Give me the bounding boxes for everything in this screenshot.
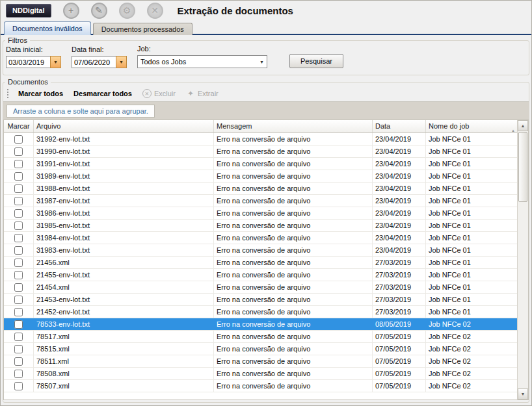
table-row[interactable]: 21454.xml Erro na conversão de arquivo 2… bbox=[4, 281, 517, 294]
add-icon[interactable]: + bbox=[63, 3, 79, 19]
table-row[interactable]: 31990-env-lot.txt Erro na conversão de a… bbox=[4, 146, 517, 158]
cell-arquivo: 78515.xml bbox=[34, 343, 214, 355]
table-row[interactable]: 31989-env-lot.txt Erro na conversão de a… bbox=[4, 170, 517, 183]
cell-arquivo: 78508.xml bbox=[34, 368, 214, 379]
row-checkbox[interactable] bbox=[14, 320, 23, 329]
cell-job: Job NFCe 01 bbox=[426, 232, 517, 244]
row-checkbox[interactable] bbox=[14, 147, 23, 156]
cell-mensagem: Erro na conversão de arquivo bbox=[214, 158, 373, 170]
grid-header: Marcar Arquivo Mensagem Data Nome do job… bbox=[4, 120, 517, 133]
column-header-marcar[interactable]: Marcar bbox=[4, 120, 34, 133]
end-date-dropdown-icon[interactable]: ▼ bbox=[116, 56, 127, 68]
extract-button[interactable]: ✦ Extrair bbox=[181, 87, 224, 100]
row-checkbox[interactable] bbox=[14, 246, 23, 255]
cell-data: 08/05/2019 bbox=[373, 318, 426, 330]
row-checkbox[interactable] bbox=[14, 357, 23, 366]
start-date-dropdown-icon[interactable]: ▼ bbox=[50, 56, 61, 68]
cell-arquivo: 31989-env-lot.txt bbox=[34, 170, 214, 182]
cell-job: Job NFCe 01 bbox=[426, 183, 517, 194]
row-checkbox[interactable] bbox=[14, 222, 23, 230]
row-checkbox[interactable] bbox=[14, 333, 23, 341]
column-header-data[interactable]: Data bbox=[373, 120, 426, 133]
row-checkbox[interactable] bbox=[14, 172, 23, 181]
cell-data: 27/03/2019 bbox=[373, 294, 426, 305]
table-row[interactable]: 31992-env-lot.txt Erro na conversão de a… bbox=[4, 133, 517, 146]
row-checkbox[interactable] bbox=[14, 271, 23, 279]
table-row[interactable]: 78533-env-lot.txt Erro na conversão de a… bbox=[4, 318, 517, 331]
row-checkbox[interactable] bbox=[14, 308, 23, 316]
table-row[interactable]: 21453-env-lot.txt Erro na conversão de a… bbox=[4, 294, 517, 306]
row-checkbox[interactable] bbox=[14, 160, 23, 168]
row-checkbox[interactable] bbox=[14, 209, 23, 218]
filters-group-label: Filtros bbox=[5, 36, 30, 44]
end-date-input[interactable] bbox=[72, 56, 116, 68]
cancel-icon[interactable]: ✕ bbox=[147, 3, 163, 19]
cell-arquivo: 21453-env-lot.txt bbox=[34, 294, 214, 305]
edit-icon[interactable]: ✎ bbox=[91, 3, 107, 19]
start-date-input[interactable] bbox=[6, 56, 50, 68]
table-row[interactable]: 78511.xml Erro na conversão de arquivo 0… bbox=[4, 355, 517, 368]
table-row[interactable]: 21456.xml Erro na conversão de arquivo 2… bbox=[4, 257, 517, 269]
documents-group-label: Documentos bbox=[5, 78, 51, 86]
scrollbar-thumb[interactable] bbox=[518, 132, 527, 202]
row-checkbox[interactable] bbox=[14, 234, 23, 242]
cell-arquivo: 31990-env-lot.txt bbox=[34, 146, 214, 157]
row-checkbox[interactable] bbox=[14, 345, 23, 353]
table-row[interactable]: 78508.xml Erro na conversão de arquivo 0… bbox=[4, 368, 517, 380]
tab-documentos-processados[interactable]: Documentos processados bbox=[93, 23, 193, 35]
cell-data: 07/05/2019 bbox=[373, 368, 426, 379]
extract-button-label: Extrair bbox=[198, 90, 219, 97]
row-checkbox[interactable] bbox=[14, 197, 23, 205]
table-row[interactable]: 31988-env-lot.txt Erro na conversão de a… bbox=[4, 183, 517, 195]
cell-job: Job NFCe 02 bbox=[426, 331, 517, 342]
row-checkbox[interactable] bbox=[14, 370, 23, 378]
table-row[interactable]: 31983-env-lot.txt Erro na conversão de a… bbox=[4, 244, 517, 257]
scroll-down-icon[interactable]: ▼ bbox=[518, 388, 528, 400]
scroll-up-icon[interactable]: ▲ bbox=[518, 120, 528, 131]
row-checkbox[interactable] bbox=[14, 382, 23, 390]
group-by-hint[interactable]: Arraste a coluna e solte aqui para agrup… bbox=[7, 105, 155, 118]
table-row[interactable]: 78515.xml Erro na conversão de arquivo 0… bbox=[4, 343, 517, 355]
cell-data: 23/04/2019 bbox=[373, 195, 426, 207]
vertical-scrollbar[interactable]: ▲ ▼ bbox=[517, 120, 528, 400]
cell-job: Job NFCe 02 bbox=[426, 355, 517, 367]
cell-arquivo: 31992-env-lot.txt bbox=[34, 133, 214, 145]
table-row[interactable]: 78507.xml Erro na conversão de arquivo 0… bbox=[4, 380, 517, 392]
cell-data: 23/04/2019 bbox=[373, 183, 426, 194]
table-row[interactable]: 31991-env-lot.txt Erro na conversão de a… bbox=[4, 158, 517, 170]
delete-button[interactable]: ✕ Excluir bbox=[137, 87, 181, 100]
row-checkbox[interactable] bbox=[14, 296, 23, 304]
cell-mensagem: Erro na conversão de arquivo bbox=[214, 318, 373, 330]
row-checkbox[interactable] bbox=[14, 259, 23, 267]
job-combobox[interactable]: Todos os Jobs ▼ bbox=[137, 55, 267, 68]
nddigital-button[interactable]: NDDigital bbox=[6, 4, 51, 18]
mark-all-button[interactable]: Marcar todos bbox=[13, 88, 68, 99]
row-checkbox[interactable] bbox=[14, 135, 23, 144]
column-header-arquivo[interactable]: Arquivo bbox=[34, 120, 214, 133]
table-row[interactable]: 31984-env-lot.txt Erro na conversão de a… bbox=[4, 232, 517, 244]
column-header-nome-do-job[interactable]: Nome do job ▲ bbox=[426, 120, 517, 133]
table-row[interactable]: 31986-env-lot.txt Erro na conversão de a… bbox=[4, 207, 517, 220]
cell-job: Job NFCe 02 bbox=[426, 380, 517, 392]
row-checkbox-cell bbox=[4, 355, 34, 367]
table-row[interactable]: 21455-env-lot.txt Erro na conversão de a… bbox=[4, 269, 517, 281]
column-header-mensagem[interactable]: Mensagem bbox=[214, 120, 373, 133]
table-row[interactable]: 78517.xml Erro na conversão de arquivo 0… bbox=[4, 331, 517, 343]
search-button[interactable]: Pesquisar bbox=[289, 54, 343, 68]
cell-mensagem: Erro na conversão de arquivo bbox=[214, 170, 373, 182]
cell-arquivo: 31988-env-lot.txt bbox=[34, 183, 214, 194]
table-row[interactable]: 31987-env-lot.txt Erro na conversão de a… bbox=[4, 195, 517, 207]
row-checkbox[interactable] bbox=[14, 283, 23, 292]
cell-arquivo: 78533-env-lot.txt bbox=[34, 318, 214, 330]
settings-icon[interactable]: ⚙ bbox=[119, 3, 135, 19]
table-row[interactable]: 31985-env-lot.txt Erro na conversão de a… bbox=[4, 220, 517, 232]
row-checkbox[interactable] bbox=[14, 184, 23, 193]
toolbar-grip[interactable] bbox=[7, 89, 9, 98]
row-checkbox-cell bbox=[4, 343, 34, 355]
cell-arquivo: 31983-env-lot.txt bbox=[34, 244, 214, 256]
tab-documentos-invalidos[interactable]: Documentos inválidos bbox=[4, 21, 91, 35]
unmark-all-button[interactable]: Desmarcar todos bbox=[68, 88, 137, 99]
table-row[interactable]: 21452-env-lot.txt Erro na conversão de a… bbox=[4, 306, 517, 318]
cell-job: Job NFCe 01 bbox=[426, 207, 517, 219]
row-checkbox-cell bbox=[4, 133, 34, 145]
